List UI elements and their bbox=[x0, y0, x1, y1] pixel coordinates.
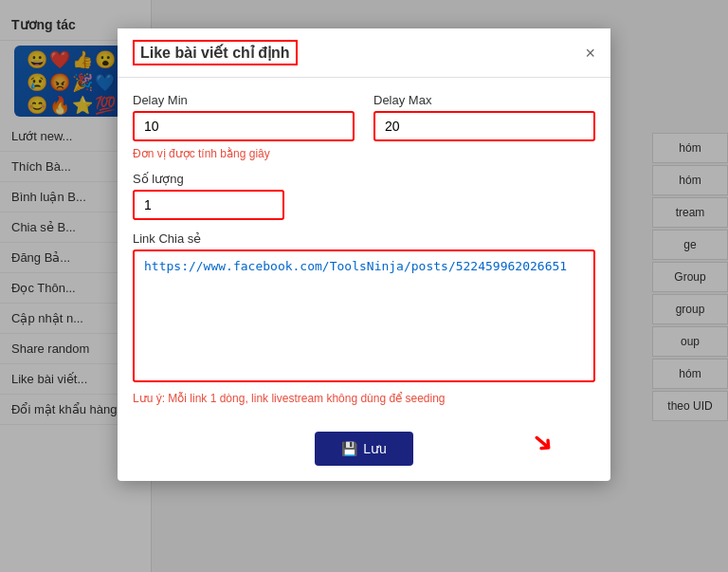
unit-note: Đơn vị được tính bằng giây bbox=[133, 147, 595, 160]
modal-close-button[interactable]: × bbox=[585, 45, 595, 62]
save-label: Lưu bbox=[363, 441, 387, 456]
delay-min-label: Delay Min bbox=[133, 93, 355, 107]
delay-max-label: Delay Max bbox=[373, 93, 595, 107]
save-button[interactable]: 💾 Lưu bbox=[315, 432, 413, 466]
modal-overlay: Like bài viết chỉ định × Delay Min Delay… bbox=[0, 0, 728, 572]
link-textarea[interactable] bbox=[133, 249, 595, 382]
modal-header: Like bài viết chỉ định × bbox=[118, 28, 610, 78]
modal-body: Delay Min Delay Max Đơn vị được tính bằn… bbox=[118, 78, 610, 432]
delay-row: Delay Min Delay Max bbox=[133, 93, 595, 141]
save-icon: 💾 bbox=[341, 441, 357, 456]
delay-min-group: Delay Min bbox=[133, 93, 355, 141]
delay-min-input[interactable] bbox=[133, 111, 355, 141]
modal-footer: 💾 Lưu ➜ bbox=[118, 432, 610, 481]
link-label: Link Chia sẻ bbox=[133, 231, 595, 246]
note-text: Lưu ý: Mỗi link 1 dòng, link livestream … bbox=[133, 392, 595, 405]
delay-max-input[interactable] bbox=[373, 111, 595, 141]
so-luong-label: Số lượng bbox=[133, 172, 595, 186]
modal-dialog: Like bài viết chỉ định × Delay Min Delay… bbox=[118, 28, 610, 481]
so-luong-input[interactable] bbox=[133, 190, 284, 220]
delay-max-group: Delay Max bbox=[373, 93, 595, 141]
modal-title: Like bài viết chỉ định bbox=[133, 40, 298, 65]
